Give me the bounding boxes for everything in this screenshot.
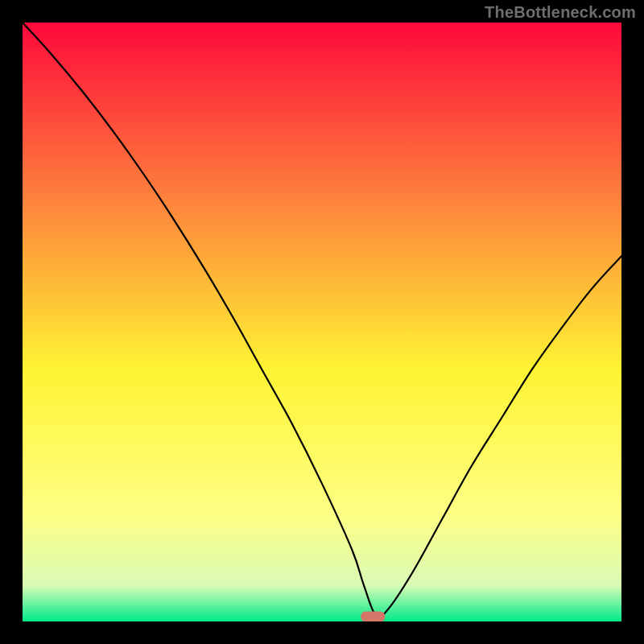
plot-area: [23, 23, 621, 621]
chart-stage: TheBottleneck.com: [0, 0, 644, 644]
optimal-marker: [361, 612, 385, 621]
gradient-background: [23, 23, 621, 621]
watermark-text: TheBottleneck.com: [485, 3, 636, 22]
bottleneck-chart: [23, 23, 621, 621]
